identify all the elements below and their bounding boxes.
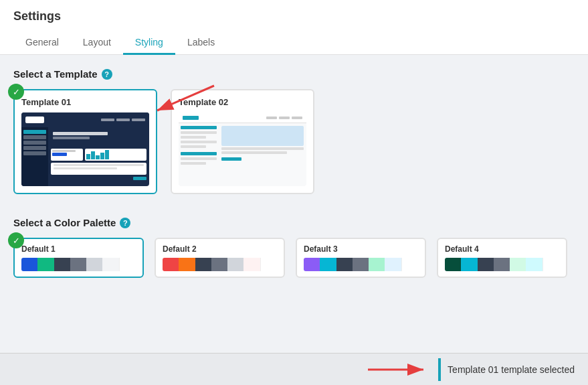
tpl01-main bbox=[48, 127, 149, 186]
palette-2-colors bbox=[163, 258, 277, 271]
bottom-status: Template 01 template selected bbox=[438, 358, 575, 381]
template-section-title: Select a Template ? bbox=[13, 68, 575, 80]
template-card-01[interactable]: ✓ Template 01 bbox=[13, 89, 157, 194]
bottom-red-arrow bbox=[365, 362, 431, 377]
tab-layout[interactable]: Layout bbox=[71, 31, 123, 55]
templates-row: ✓ Template 01 bbox=[13, 89, 575, 194]
palette-4-label: Default 4 bbox=[445, 244, 559, 254]
tab-styling[interactable]: Styling bbox=[123, 31, 175, 55]
tab-general[interactable]: General bbox=[13, 31, 71, 55]
bottom-bar: Template 01 template selected bbox=[0, 353, 588, 385]
status-text: Template 01 template selected bbox=[448, 364, 575, 375]
tpl02-body bbox=[179, 123, 306, 186]
template-card-02[interactable]: Template 02 bbox=[171, 89, 314, 194]
template-01-label: Template 01 bbox=[21, 97, 149, 107]
tab-labels[interactable]: Labels bbox=[175, 31, 227, 55]
palette-2-label: Default 2 bbox=[163, 244, 277, 254]
page-header: Settings General Layout Styling Labels bbox=[0, 0, 588, 55]
palettes-row: ✓ Default 1 Default 2 bbox=[13, 238, 575, 278]
tpl01-nav bbox=[101, 119, 145, 121]
palette-3-label: Default 3 bbox=[304, 244, 418, 254]
template-01-preview bbox=[21, 112, 149, 186]
tpl02-header bbox=[179, 112, 306, 123]
page-title: Settings bbox=[13, 9, 575, 23]
tpl01-sidebar bbox=[21, 127, 48, 186]
template-01-check: ✓ bbox=[8, 84, 24, 100]
palette-card-default4[interactable]: Default 4 bbox=[437, 238, 567, 278]
page-container: Settings General Layout Styling Labels S… bbox=[0, 0, 588, 385]
tpl01-logo bbox=[25, 117, 44, 123]
palette-1-check: ✓ bbox=[8, 232, 24, 248]
tpl01-body bbox=[21, 127, 149, 186]
palette-section-title: Select a Color Palette ? bbox=[13, 217, 575, 228]
template-02-label: Template 02 bbox=[179, 97, 306, 107]
template-02-preview bbox=[179, 112, 306, 186]
palette-1-colors bbox=[21, 258, 136, 271]
palette-4-colors bbox=[445, 258, 559, 271]
templates-section-wrapper: ✓ Template 01 bbox=[13, 89, 575, 210]
palette-card-default2[interactable]: Default 2 bbox=[155, 238, 285, 278]
tpl01-header bbox=[21, 112, 149, 127]
content-area: Select a Template ? ✓ Template 01 bbox=[0, 55, 588, 353]
status-bar-line bbox=[438, 358, 441, 381]
tabs-bar: General Layout Styling Labels bbox=[13, 31, 575, 54]
palette-1-label: Default 1 bbox=[21, 244, 136, 254]
palette-help-icon[interactable]: ? bbox=[120, 218, 130, 228]
palette-3-colors bbox=[304, 258, 418, 271]
template-help-icon[interactable]: ? bbox=[102, 69, 112, 80]
palette-card-default1[interactable]: ✓ Default 1 bbox=[13, 238, 144, 278]
palette-card-default3[interactable]: Default 3 bbox=[296, 238, 426, 278]
